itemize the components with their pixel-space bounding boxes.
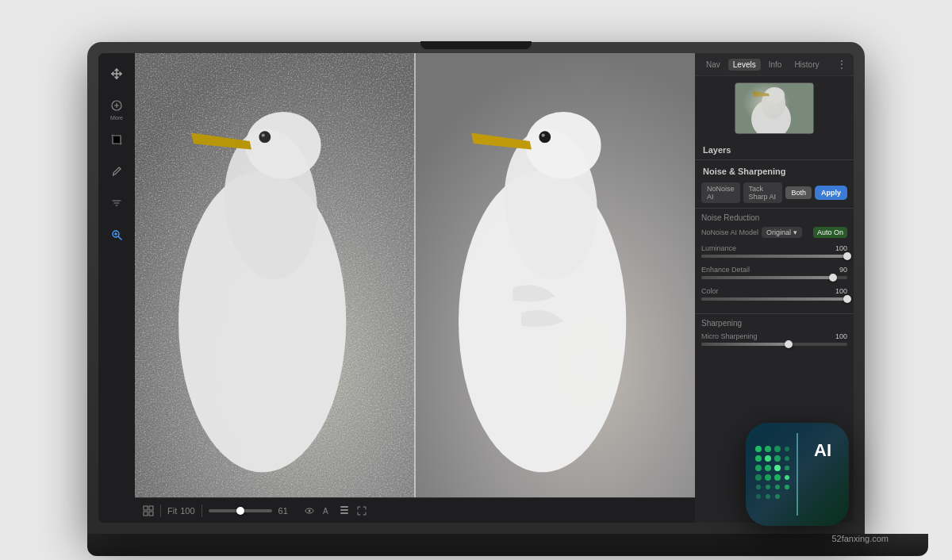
color-value: 100 <box>835 287 847 295</box>
grid-view-btn[interactable] <box>143 505 154 516</box>
model-row: NoNoise AI Model Original ▾ Auto On <box>701 227 847 238</box>
tab-levels[interactable]: Levels <box>728 59 761 71</box>
apply-button[interactable]: Apply <box>815 186 847 200</box>
svg-rect-29 <box>340 512 348 514</box>
crop-icon[interactable] <box>104 127 129 152</box>
divider-sharp <box>695 313 854 314</box>
brush-icon[interactable] <box>104 159 129 184</box>
svg-point-55 <box>756 494 761 499</box>
watermark: 52fanxing.com <box>831 534 889 543</box>
svg-rect-22 <box>149 506 153 510</box>
svg-point-40 <box>765 455 771 462</box>
luminance-value: 100 <box>835 244 847 252</box>
micro-sharp-value: 100 <box>835 332 847 340</box>
tab-nav[interactable]: Nav <box>701 59 725 71</box>
svg-point-52 <box>766 485 770 489</box>
enhance-detail-label-row: Enhance Detail 90 <box>701 266 847 274</box>
svg-rect-23 <box>144 512 148 516</box>
luminance-track[interactable] <box>701 255 847 258</box>
sharpening-title: Sharpening <box>701 319 847 328</box>
zoom-control: Fit 100 <box>167 506 195 516</box>
svg-point-49 <box>774 474 781 481</box>
svg-line-4 <box>118 236 121 240</box>
filter-icon[interactable] <box>104 190 129 216</box>
thumbnail-image <box>735 82 814 134</box>
svg-point-56 <box>766 494 770 499</box>
model-value: Original <box>766 228 791 236</box>
luminance-label-row: Luminance 100 <box>701 244 847 252</box>
divider-2 <box>202 504 202 517</box>
micro-sharp-track[interactable] <box>701 343 847 346</box>
both-btn[interactable]: Both <box>785 186 812 199</box>
laptop-screen: More <box>98 53 854 523</box>
sidebar: More <box>98 53 135 523</box>
bottom-toolbar: Fit 100 61 <box>135 497 695 523</box>
svg-point-26 <box>308 509 310 512</box>
eye-icon[interactable] <box>304 505 315 516</box>
ns-header: Noise & Sharpening <box>695 162 854 179</box>
divider-1 <box>160 504 161 517</box>
svg-point-54 <box>785 485 789 489</box>
tab-info[interactable]: Info <box>764 59 787 71</box>
svg-point-19 <box>539 131 551 143</box>
image-before <box>135 53 415 497</box>
image-view <box>135 53 695 497</box>
zoom-icon[interactable] <box>104 222 129 247</box>
svg-point-45 <box>774 465 781 471</box>
laptop-container: More <box>40 10 912 550</box>
svg-rect-28 <box>340 509 348 511</box>
svg-point-57 <box>775 494 780 499</box>
tacksharp-btn[interactable]: Tack Sharp AI <box>743 182 783 203</box>
ai-center-divider <box>797 433 798 516</box>
panel-menu-icon[interactable]: ⋮ <box>836 58 847 71</box>
ai-label: AI <box>814 440 831 461</box>
thumbnail-area <box>695 76 854 140</box>
svg-point-20 <box>542 133 545 136</box>
nonoise-btn[interactable]: NoNoise AI <box>701 182 740 203</box>
move-icon[interactable] <box>104 61 129 86</box>
tab-history[interactable]: History <box>789 59 823 71</box>
text-icon[interactable]: A <box>321 505 332 516</box>
svg-point-32 <box>751 99 791 134</box>
svg-point-34 <box>766 87 785 103</box>
model-chevron: ▾ <box>793 228 797 236</box>
svg-point-41 <box>774 455 781 462</box>
svg-point-42 <box>785 456 789 461</box>
svg-point-47 <box>755 474 762 481</box>
svg-point-36 <box>765 446 771 452</box>
enhance-detail-track[interactable] <box>701 276 847 279</box>
panel-tabs: Nav Levels Info History ⋮ <box>695 53 854 76</box>
more-label: More <box>110 115 123 121</box>
ai-app-icon: AI <box>746 423 849 526</box>
svg-point-33 <box>762 87 785 119</box>
color-label-row: Color 100 <box>701 287 847 295</box>
svg-point-37 <box>774 446 781 452</box>
micro-sharp-label-row: Micro Sharpening 100 <box>701 332 847 340</box>
svg-point-43 <box>755 465 762 471</box>
svg-rect-31 <box>735 83 814 134</box>
svg-point-51 <box>756 485 761 489</box>
svg-point-48 <box>765 474 771 481</box>
color-track[interactable] <box>701 297 847 301</box>
layers-icon[interactable] <box>339 505 350 516</box>
color-slider-row: Color 100 <box>701 287 847 301</box>
micro-sharp-label: Micro Sharpening <box>701 332 758 340</box>
enhance-detail-value: 90 <box>839 266 847 274</box>
zoom-value: 100 <box>180 506 194 516</box>
sharpening-section: Sharpening Micro Sharpening 100 <box>695 316 854 357</box>
svg-point-39 <box>755 455 762 462</box>
noise-reduction-title: Noise Reduction <box>701 213 847 222</box>
auto-badge: Auto On <box>813 227 847 238</box>
main-image-area: Fit 100 61 <box>135 53 695 523</box>
image-after <box>415 53 695 497</box>
luminance-label: Luminance <box>701 244 736 252</box>
ai-text-area: AI <box>803 439 843 462</box>
expand-icon[interactable] <box>356 505 367 516</box>
zoom-slider[interactable] <box>209 509 272 512</box>
svg-rect-21 <box>144 506 148 510</box>
divider-layers <box>695 159 854 160</box>
frame-number: 61 <box>278 506 288 516</box>
svg-rect-24 <box>149 512 153 516</box>
divider-nr <box>695 208 854 209</box>
model-select[interactable]: Original ▾ <box>762 227 802 238</box>
